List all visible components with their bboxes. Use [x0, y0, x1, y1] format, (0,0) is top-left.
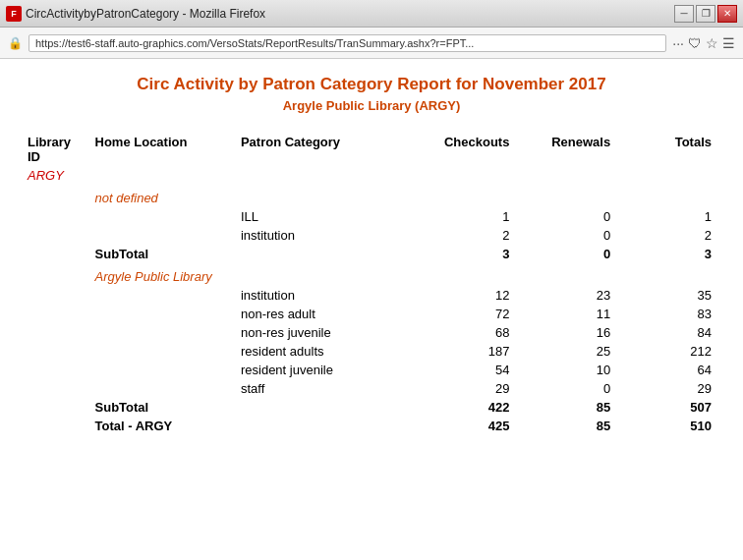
total-checkouts: 425: [417, 417, 518, 435]
checkouts-cell: 72: [417, 305, 518, 323]
totals-cell: 64: [618, 361, 719, 379]
patron-category-cell: resident juvenile: [237, 361, 417, 379]
table-row: institution 2 0 2: [24, 226, 719, 245]
renewals-cell: 0: [517, 226, 618, 245]
renewals-cell: 11: [517, 305, 618, 323]
col-header-library-id: Library ID: [24, 133, 91, 166]
patron-category-cell: non-res juvenile: [237, 323, 417, 342]
window-titlebar: F CircActivitybyPatronCategory - Mozilla…: [0, 0, 743, 28]
checkouts-cell: 187: [417, 342, 518, 361]
checkouts-cell: 2: [417, 226, 518, 245]
section-home-location: Argyle Public Library: [91, 263, 719, 286]
checkouts-cell: 54: [417, 361, 518, 379]
window-title: CircActivitybyPatronCategory - Mozilla F…: [26, 7, 674, 21]
table-row: institution 12 23 35: [24, 286, 719, 305]
page-content: Circ Activity by Patron Category Report …: [0, 59, 743, 560]
col-header-home-location: Home Location: [91, 133, 237, 166]
report-subtitle: Argyle Public Library (ARGY): [24, 98, 719, 113]
close-button[interactable]: ✕: [717, 5, 737, 23]
section-label-row: Argyle Public Library: [24, 263, 719, 286]
col-header-checkouts: Checkouts: [417, 133, 518, 166]
table-header-row: Library ID Home Location Patron Category…: [24, 133, 719, 166]
checkouts-cell: 1: [417, 207, 518, 226]
col-header-renewals: Renewals: [517, 133, 618, 166]
minimize-button[interactable]: ─: [674, 5, 694, 23]
checkouts-cell: 12: [417, 286, 518, 305]
patron-category-cell: non-res adult: [237, 305, 417, 323]
patron-category-cell: staff: [237, 379, 417, 398]
restore-button[interactable]: ❐: [696, 5, 715, 23]
total-renewals: 85: [517, 417, 618, 435]
table-row: resident juvenile 54 10 64: [24, 361, 719, 379]
totals-cell: 29: [618, 379, 719, 398]
subtotal-row: SubTotal 422 85 507: [24, 398, 719, 417]
url-input[interactable]: https://test6-staff.auto-graphics.com/Ve…: [29, 34, 666, 52]
table-row: non-res juvenile 68 16 84: [24, 323, 719, 342]
renewals-cell: 0: [517, 207, 618, 226]
table-row: ILL 1 0 1: [24, 207, 719, 226]
checkouts-cell: 29: [417, 379, 518, 398]
totals-cell: 35: [618, 286, 719, 305]
renewals-cell: 23: [517, 286, 618, 305]
bookmark-icon[interactable]: ☆: [706, 35, 718, 51]
subtotal-totals: 507: [618, 398, 719, 417]
shield-icon[interactable]: 🛡: [688, 35, 702, 51]
subtotal-checkouts: 3: [417, 245, 518, 263]
patron-category-cell: ILL: [237, 207, 417, 226]
totals-cell: 1: [618, 207, 719, 226]
col-header-patron-category: Patron Category: [237, 133, 417, 166]
subtotal-renewals: 85: [517, 398, 618, 417]
totals-cell: 212: [618, 342, 719, 361]
patron-category-cell: resident adults: [237, 342, 417, 361]
table-row: resident adults 187 25 212: [24, 342, 719, 361]
renewals-cell: 25: [517, 342, 618, 361]
subtotal-row: SubTotal 3 0 3: [24, 245, 719, 263]
renewals-cell: 16: [517, 323, 618, 342]
table-row: non-res adult 72 11 83: [24, 305, 719, 323]
subtotal-renewals: 0: [517, 245, 618, 263]
subtotal-label: SubTotal: [91, 245, 237, 263]
patron-category-cell: institution: [237, 226, 417, 245]
checkouts-cell: 68: [417, 323, 518, 342]
totals-cell: 84: [618, 323, 719, 342]
renewals-cell: 10: [517, 361, 618, 379]
table-row: staff 29 0 29: [24, 379, 719, 398]
totals-cell: 83: [618, 305, 719, 323]
library-id-value: ARGY: [24, 166, 91, 185]
col-header-totals: Totals: [618, 133, 719, 166]
subtotal-label: SubTotal: [91, 398, 237, 417]
window-controls[interactable]: ─ ❐ ✕: [674, 5, 737, 23]
app-icon: F: [6, 6, 22, 22]
section-label-row: not defined: [24, 185, 719, 207]
lock-icon: 🔒: [8, 36, 23, 50]
renewals-cell: 0: [517, 379, 618, 398]
total-totals: 510: [618, 417, 719, 435]
patron-category-cell: institution: [237, 286, 417, 305]
section-home-location: not defined: [91, 185, 719, 207]
subtotal-checkouts: 422: [417, 398, 518, 417]
toolbar-icons[interactable]: ··· 🛡 ☆ ☰: [672, 35, 735, 51]
report-table: Library ID Home Location Patron Category…: [24, 133, 719, 435]
library-id-row: ARGY: [24, 166, 719, 185]
total-row: Total - ARGY 425 85 510: [24, 417, 719, 435]
totals-cell: 2: [618, 226, 719, 245]
report-title: Circ Activity by Patron Category Report …: [24, 75, 719, 94]
total-label: Total - ARGY: [91, 417, 417, 435]
subtotal-totals: 3: [618, 245, 719, 263]
more-icon[interactable]: ···: [672, 35, 684, 51]
address-bar: 🔒 https://test6-staff.auto-graphics.com/…: [0, 28, 743, 59]
menu-icon[interactable]: ☰: [722, 35, 735, 51]
